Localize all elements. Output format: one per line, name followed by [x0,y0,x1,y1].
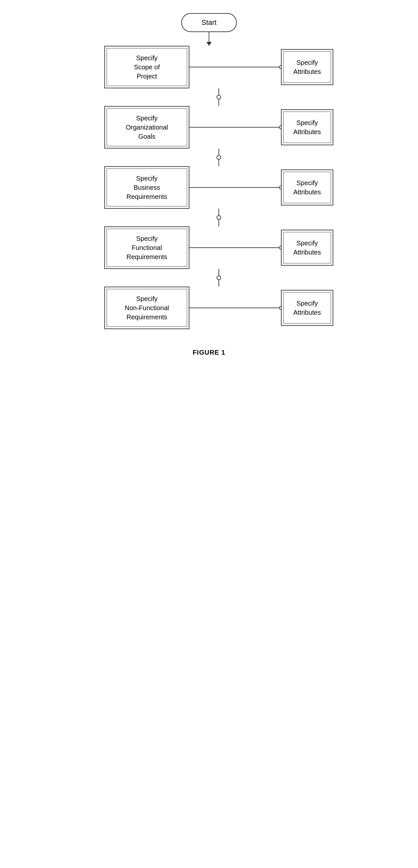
main-box-3: SpecifyBusinessRequirements [104,166,189,209]
step-row-4: SpecifyFunctionalRequirements SpecifyAtt… [85,226,333,269]
connector-line-0 [209,32,209,42]
start-label: Start [201,18,217,27]
main-box-5: SpecifyNon-FunctionalRequirements [104,287,189,329]
start-node: Start [181,13,237,32]
arrow-down-0 [206,42,212,46]
connection-area-5 [189,308,281,308]
attr-box-3: SpecifyAttributes [281,169,333,206]
vert-line-4 [219,269,219,276]
vert-line-1 [219,88,219,95]
attr-box-5: SpecifyAttributes [281,290,333,326]
main-box-label-4: SpecifyFunctionalRequirements [127,234,167,261]
conn-line-2 [189,127,281,128]
attr-box-label-3: SpecifyAttributes [293,178,321,197]
attr-box-label-4: SpecifyAttributes [293,239,321,257]
main-box-label-2: SpecifyOrganizationalGoals [126,114,168,141]
conn-line-5 [189,308,281,308]
conn-line-3 [189,187,281,188]
main-box-1: SpecifyScope ofProject [104,46,189,88]
attr-box-label-2: SpecifyAttributes [293,118,321,136]
attr-box-1: SpecifyAttributes [281,49,333,85]
connection-area-2 [189,127,281,128]
attr-box-label-5: SpecifyAttributes [293,299,321,317]
vert-line-2 [219,149,219,155]
connection-area-3 [189,187,281,188]
figure-caption: FIGURE 1 [193,349,225,356]
circle-4 [217,276,221,280]
flowchart-diagram: Start SpecifyScope ofProject SpecifyAttr… [85,13,333,356]
circle-3 [217,215,221,220]
main-box-2: SpecifyOrganizationalGoals [104,106,189,149]
main-box-4: SpecifyFunctionalRequirements [104,226,189,269]
vert-line-3 [219,209,219,215]
conn-line-4 [189,247,281,248]
circle-1 [217,95,221,99]
attr-box-4: SpecifyAttributes [281,230,333,266]
connection-area-1 [189,67,281,67]
connection-area-4 [189,247,281,248]
step-row-3: SpecifyBusinessRequirements SpecifyAttri… [85,166,333,209]
vert-line-2b [219,160,219,166]
vert-line-3b [219,220,219,226]
attr-box-2: SpecifyAttributes [281,109,333,145]
step-row-1: SpecifyScope ofProject SpecifyAttributes [85,46,333,88]
attr-box-label-1: SpecifyAttributes [293,58,321,76]
main-box-label-1: SpecifyScope ofProject [134,53,160,81]
conn-line-1 [189,67,281,67]
main-box-label-3: SpecifyBusinessRequirements [127,174,167,201]
circle-2 [217,155,221,160]
vert-line-4b [219,280,219,287]
step-row-2: SpecifyOrganizationalGoals SpecifyAttrib… [85,106,333,149]
vert-line-1b [219,99,219,106]
step-row-5: SpecifyNon-FunctionalRequirements Specif… [85,287,333,329]
main-box-label-5: SpecifyNon-FunctionalRequirements [125,294,169,321]
